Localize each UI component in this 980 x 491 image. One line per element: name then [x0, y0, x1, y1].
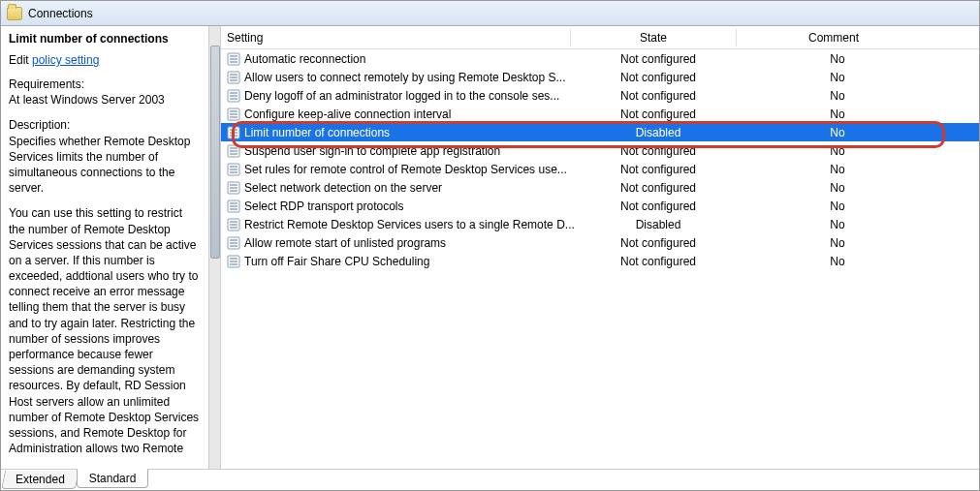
- edit-policy-link[interactable]: policy setting: [32, 53, 99, 67]
- policy-setting-label: Allow users to connect remotely by using…: [244, 71, 565, 84]
- edit-prefix: Edit: [9, 53, 32, 67]
- description-para2: You can use this setting to restrict the…: [9, 205, 201, 456]
- policy-setting-icon: [227, 181, 240, 195]
- policy-setting-icon: [227, 255, 240, 268]
- window-title: Connections: [28, 7, 93, 20]
- policy-setting-label: Suspend user sign-in to complete app reg…: [244, 144, 500, 158]
- column-headers: Setting State Comment: [221, 26, 979, 49]
- policy-row[interactable]: Select RDP transport protocolsNot config…: [221, 197, 979, 215]
- policy-state: Not configured: [576, 199, 741, 213]
- policy-row[interactable]: Suspend user sign-in to complete app reg…: [221, 141, 979, 160]
- policy-state: Not configured: [576, 181, 741, 195]
- policy-state: Not configured: [576, 107, 741, 121]
- scrollbar-thumb[interactable]: [210, 46, 220, 259]
- policy-row[interactable]: Set rules for remote control of Remote D…: [221, 160, 979, 178]
- policy-row[interactable]: Allow remote start of unlisted programsN…: [221, 233, 979, 252]
- policy-setting-icon: [227, 107, 240, 121]
- col-header-setting[interactable]: Setting: [221, 31, 570, 45]
- policy-state: Not configured: [576, 71, 741, 84]
- policy-comment: No: [741, 236, 934, 250]
- policy-row[interactable]: Allow users to connect remotely by using…: [221, 68, 979, 86]
- policy-comment: No: [741, 71, 934, 84]
- tab-standard[interactable]: Standard: [77, 469, 149, 488]
- tab-extended[interactable]: Extended: [1, 471, 79, 489]
- edit-policy-row: Edit policy setting: [9, 53, 201, 67]
- policy-state: Not configured: [576, 163, 741, 176]
- description-label: Description:: [9, 117, 201, 133]
- policy-setting-icon: [227, 236, 240, 250]
- policy-setting-label: Set rules for remote control of Remote D…: [244, 163, 567, 176]
- details-scrollbar[interactable]: [209, 26, 221, 469]
- policy-setting-icon: [227, 89, 240, 103]
- title-bar: Connections: [1, 1, 979, 26]
- policy-heading: Limit number of connections: [9, 32, 201, 46]
- requirements-block: Requirements: At least Windows Server 20…: [9, 77, 201, 107]
- policy-state: Not configured: [576, 255, 741, 268]
- list-pane: Setting State Comment Automatic reconnec…: [209, 26, 979, 469]
- policy-comment: No: [741, 126, 934, 139]
- details-pane: Limit number of connections Edit policy …: [1, 26, 209, 469]
- policy-setting-icon: [227, 52, 240, 66]
- policy-setting-icon: [227, 199, 240, 213]
- policy-setting-icon: [227, 163, 240, 176]
- description-text: Specifies whether Remote Desktop Service…: [9, 135, 190, 196]
- policy-setting-label: Select network detection on the server: [244, 181, 442, 195]
- folder-icon: [7, 7, 22, 20]
- policy-state: Not configured: [576, 52, 741, 66]
- policy-comment: No: [741, 218, 934, 231]
- policy-row[interactable]: Configure keep-alive connection interval…: [221, 105, 979, 123]
- policy-row[interactable]: Deny logoff of an administrator logged i…: [221, 86, 979, 105]
- policy-comment: No: [741, 163, 934, 176]
- policy-setting-label: Turn off Fair Share CPU Scheduling: [244, 255, 429, 268]
- col-header-state[interactable]: State: [571, 31, 736, 45]
- policy-comment: No: [741, 144, 934, 158]
- policy-state: Not configured: [576, 144, 741, 158]
- requirements-label: Requirements:: [9, 77, 201, 92]
- policy-state: Disabled: [576, 218, 741, 231]
- policy-row[interactable]: Limit number of connectionsDisabledNo: [221, 123, 979, 141]
- policy-setting-label: Limit number of connections: [244, 126, 390, 139]
- policy-setting-label: Deny logoff of an administrator logged i…: [244, 89, 559, 103]
- requirements-value: At least Windows Server 2003: [9, 93, 165, 107]
- policy-setting-icon: [227, 144, 240, 158]
- view-tabs: Extended Standard: [1, 469, 979, 490]
- description-block: Description: Specifies whether Remote De…: [9, 117, 201, 196]
- policy-row[interactable]: Turn off Fair Share CPU SchedulingNot co…: [221, 252, 979, 270]
- policy-comment: No: [741, 52, 934, 66]
- policy-setting-label: Allow remote start of unlisted programs: [244, 236, 446, 250]
- policy-row[interactable]: Restrict Remote Desktop Services users t…: [221, 215, 979, 233]
- policy-setting-icon: [227, 218, 240, 231]
- policy-comment: No: [741, 181, 934, 195]
- policy-rows: Automatic reconnectionNot configuredNo A…: [221, 49, 979, 469]
- policy-state: Not configured: [576, 89, 741, 103]
- policy-comment: No: [741, 89, 934, 103]
- policy-row[interactable]: Automatic reconnectionNot configuredNo: [221, 49, 979, 68]
- policy-setting-label: Configure keep-alive connection interval: [244, 107, 451, 121]
- col-header-comment[interactable]: Comment: [737, 31, 931, 45]
- policy-setting-label: Select RDP transport protocols: [244, 199, 404, 213]
- policy-comment: No: [741, 199, 934, 213]
- policy-setting-icon: [227, 126, 240, 139]
- policy-comment: No: [741, 255, 934, 268]
- policy-comment: No: [741, 107, 934, 121]
- policy-state: Not configured: [576, 236, 741, 250]
- main-area: Limit number of connections Edit policy …: [1, 26, 979, 469]
- policy-state: Disabled: [576, 126, 741, 139]
- policy-row[interactable]: Select network detection on the serverNo…: [221, 178, 979, 197]
- policy-setting-label: Automatic reconnection: [244, 52, 365, 66]
- policy-setting-icon: [227, 71, 240, 84]
- policy-setting-label: Restrict Remote Desktop Services users t…: [244, 218, 575, 231]
